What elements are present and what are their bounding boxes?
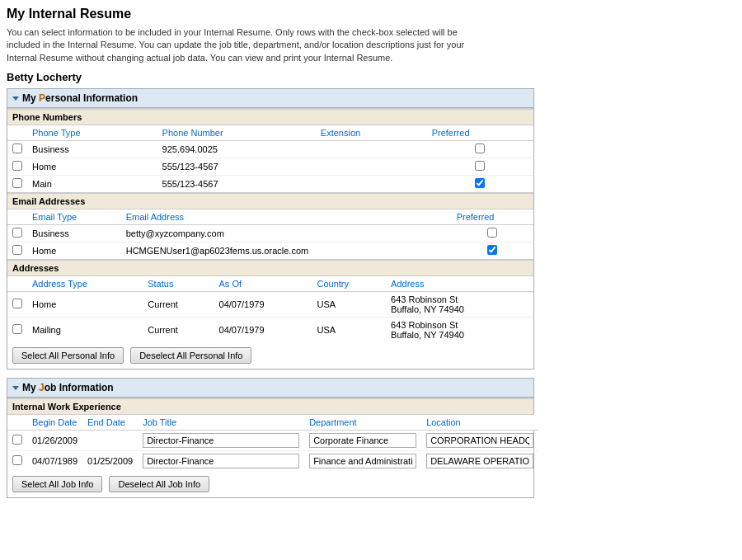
select-all-personal-button[interactable]: Select All Personal Info: [12, 347, 124, 364]
addr-address-header: Address: [386, 276, 533, 292]
phone-numbers-subsection: Phone Numbers Phone Type Phone Number Ex…: [7, 108, 533, 192]
email-type-1: Home: [27, 242, 121, 260]
email-addresses-table-container: Email Type Email Address Preferred Busin…: [7, 209, 533, 259]
email-type-0: Business: [27, 225, 121, 242]
job-begin-date-1: 04/07/1989: [27, 451, 82, 472]
email-preferred-1: [452, 242, 533, 260]
deselect-all-personal-button[interactable]: Deselect All Personal Info: [130, 347, 251, 364]
addresses-table-container: Address Type Status As Of Country Addres…: [7, 276, 533, 342]
job-begin-date-0: 01/26/2009: [27, 431, 82, 451]
deselect-all-job-button[interactable]: Deselect All Job Info: [109, 476, 209, 492]
phone-extension-0: [316, 141, 427, 158]
phone-extension-1: [316, 158, 427, 176]
phone-row: Home 555/123-4567: [7, 158, 533, 176]
select-all-job-button[interactable]: Select All Job Info: [12, 476, 102, 492]
phone-type-2: Main: [27, 176, 157, 193]
phone-preferred-cb-0[interactable]: [475, 144, 485, 153]
user-name: Betty Locherty: [7, 71, 735, 83]
page-description: You can select information to be include…: [7, 26, 485, 64]
collapse-icon[interactable]: [12, 96, 19, 101]
job-dept-input-0[interactable]: [309, 433, 416, 448]
addr-checkbox-cell-1: [7, 318, 27, 343]
phone-number-header: Phone Number: [157, 125, 316, 141]
job-cb-col-header: [7, 415, 27, 431]
addr-asof-1: 04/07/1979: [214, 318, 312, 343]
work-experience-subsection: Internal Work Experience Begin Date End …: [7, 398, 533, 471]
email-preferred-0: [452, 225, 533, 242]
phone-number-1: 555/123-4567: [157, 158, 316, 176]
email-cb-col-header: [7, 209, 27, 225]
personal-section: My Personal Information Phone Numbers Ph…: [7, 88, 534, 369]
job-title-input-0[interactable]: [143, 433, 299, 448]
work-experience-header: Internal Work Experience: [7, 398, 533, 415]
phone-numbers-table-container: Phone Type Phone Number Extension Prefer…: [7, 125, 533, 192]
job-collapse-icon[interactable]: [12, 386, 19, 390]
job-begin-date-header: Begin Date: [27, 415, 82, 431]
email-type-header: Email Type: [27, 209, 121, 225]
job-checkbox-1[interactable]: [12, 455, 22, 465]
job-location-input-0[interactable]: [426, 433, 533, 448]
addr-checkbox-1[interactable]: [12, 324, 22, 334]
email-preferred-cb-0[interactable]: [487, 228, 497, 238]
addr-country-0: USA: [312, 292, 386, 318]
address-row: Mailing Current 04/07/1979 USA 643 Robin…: [7, 318, 533, 343]
addr-type-header: Address Type: [27, 276, 143, 292]
addr-status-header: Status: [143, 276, 214, 292]
email-row: Home HCMGENUser1@ap6023fems.us.oracle.co…: [7, 242, 533, 260]
phone-preferred-cb-2[interactable]: [475, 178, 485, 188]
addresses-table: Address Type Status As Of Country Addres…: [7, 276, 533, 342]
email-address-0: betty@xyzcompany.com: [121, 225, 452, 242]
phone-row: Main 555/123-4567: [7, 176, 533, 193]
job-title-input-1[interactable]: [143, 454, 299, 468]
addr-cb-col-header: [7, 276, 27, 292]
addr-status-0: Current: [143, 292, 214, 318]
work-experience-table: Begin Date End Date Job Title Department…: [7, 415, 538, 471]
phone-checkbox-1[interactable]: [12, 161, 22, 171]
job-end-date-header: End Date: [82, 415, 138, 431]
phone-checkbox-0[interactable]: [12, 144, 22, 153]
phone-checkbox-2[interactable]: [12, 178, 22, 188]
job-dept-input-1[interactable]: [309, 454, 416, 468]
job-row: 04/07/1989 01/25/2009: [7, 451, 538, 472]
addr-type-1: Mailing: [27, 318, 143, 343]
job-location-cell-1: [421, 451, 538, 472]
phone-preferred-0: [427, 141, 533, 158]
email-checkbox-1[interactable]: [12, 245, 22, 255]
job-checkbox-0[interactable]: [12, 435, 22, 445]
job-end-date-0: [82, 431, 138, 451]
phone-number-2: 555/123-4567: [157, 176, 316, 193]
job-checkbox-cell-1: [7, 451, 27, 472]
email-addresses-subsection: Email Addresses Email Type Email Address…: [7, 192, 533, 259]
phone-preferred-cb-1[interactable]: [475, 161, 485, 171]
job-row: 01/26/2009: [7, 431, 538, 451]
phone-numbers-table: Phone Type Phone Number Extension Prefer…: [7, 125, 533, 192]
job-location-input-1[interactable]: [426, 454, 533, 468]
personal-section-title: My Personal Information: [22, 92, 138, 104]
job-title-cell-1: [138, 451, 304, 472]
email-addresses-header: Email Addresses: [7, 193, 533, 209]
addr-asof-header: As Of: [214, 276, 312, 292]
job-section-header: My Job Information: [7, 379, 533, 398]
job-checkbox-cell-0: [7, 431, 27, 451]
addr-checkbox-0[interactable]: [12, 299, 22, 308]
email-preferred-cb-1[interactable]: [487, 245, 497, 255]
phone-row: Business 925.694.0025: [7, 141, 533, 158]
job-location-header: Location: [421, 415, 538, 431]
job-location-cell-0: [421, 431, 538, 451]
job-section: My Job Information Internal Work Experie…: [7, 378, 534, 498]
addr-type-0: Home: [27, 292, 143, 318]
addr-asof-0: 04/07/1979: [214, 292, 312, 318]
phone-number-0: 925.694.0025: [157, 141, 316, 158]
phone-checkbox-cell-2: [7, 176, 27, 193]
job-dept-header: Department: [304, 415, 421, 431]
addr-status-1: Current: [143, 318, 214, 343]
job-dept-cell-1: [304, 451, 421, 472]
email-checkbox-cell-0: [7, 225, 27, 242]
phone-type-1: Home: [27, 158, 157, 176]
phone-extension-2: [316, 176, 427, 193]
email-checkbox-0[interactable]: [12, 228, 22, 238]
job-end-date-1: 01/25/2009: [82, 451, 138, 472]
addr-address-1: 643 Robinson StBuffalo, NY 74940: [386, 318, 533, 343]
email-addresses-table: Email Type Email Address Preferred Busin…: [7, 209, 533, 259]
phone-preferred-header: Preferred: [427, 125, 533, 141]
